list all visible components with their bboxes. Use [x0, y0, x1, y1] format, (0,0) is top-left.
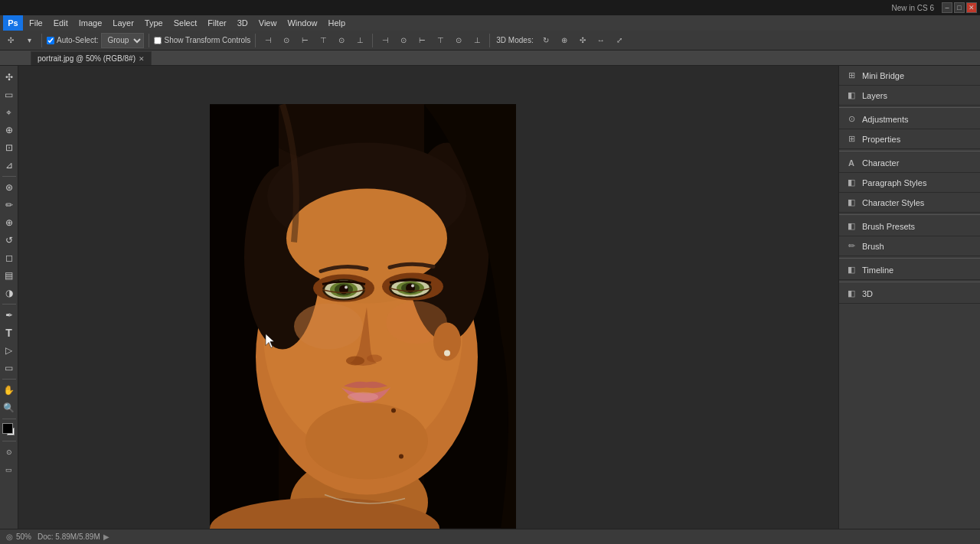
3d-label: 3D [862, 289, 873, 298]
adjustments-label: Adjustments [862, 115, 909, 124]
eraser-tool[interactable]: ◻ [1, 249, 18, 266]
align-left-button[interactable]: ⊣ [260, 33, 276, 48]
dist-left-button[interactable]: ⊣ [377, 33, 393, 48]
svg-point-14 [286, 189, 447, 288]
rectangle-select-tool[interactable]: ▭ [1, 86, 18, 103]
clone-stamp-tool[interactable]: ⊕ [1, 214, 18, 231]
brush-tool[interactable]: ✏ [1, 197, 18, 213]
character-label: Character [862, 158, 899, 168]
move-tool[interactable]: ✣ [1, 69, 18, 86]
3d-orbit-button[interactable]: ⊕ [557, 33, 572, 48]
pen-tool[interactable]: ✒ [1, 307, 18, 324]
portrait-image [210, 104, 516, 529]
canvas-wrapper [210, 104, 516, 529]
brush-icon: ✏ [845, 240, 858, 252]
panel-brush[interactable]: ✏ Brush [839, 236, 980, 256]
3d-pan-button[interactable]: ✣ [575, 33, 590, 48]
menu-select[interactable]: Select [169, 18, 202, 28]
timeline-icon: ◧ [845, 264, 858, 276]
3d-slide-button[interactable]: ↔ [593, 33, 609, 48]
dist-middle-v-button[interactable]: ⊙ [451, 33, 466, 48]
menu-window[interactable]: Window [283, 18, 322, 28]
foreground-color[interactable] [2, 423, 13, 434]
tool-separator-4 [2, 419, 16, 419]
menu-help[interactable]: Help [324, 18, 351, 28]
align-bottom-button[interactable]: ⊥ [352, 33, 368, 48]
hand-tool[interactable]: ✋ [1, 382, 18, 399]
mini-bridge-label: Mini Bridge [862, 71, 904, 80]
panel-timeline[interactable]: ◧ Timeline [839, 260, 980, 280]
panel-adjustments[interactable]: ⊙ Adjustments [839, 109, 980, 129]
brush-label: Brush [862, 242, 884, 251]
layers-label: Layers [862, 91, 887, 100]
title-bar: New in CS 6 – □ ✕ [0, 0, 980, 15]
spot-heal-tool[interactable]: ⊛ [1, 179, 18, 196]
history-brush-tool[interactable]: ↺ [1, 232, 18, 249]
panel-3d[interactable]: ◧ 3D [839, 284, 980, 304]
path-select-tool[interactable]: ▷ [1, 342, 18, 359]
eyedropper-tool[interactable]: ⊿ [1, 157, 18, 174]
color-swatches[interactable] [1, 422, 18, 438]
menu-filter[interactable]: Filter [203, 18, 230, 28]
gradient-tool[interactable]: ▤ [1, 267, 18, 284]
close-button[interactable]: ✕ [966, 2, 977, 13]
align-middle-v-button[interactable]: ⊙ [334, 33, 349, 48]
menu-edit[interactable]: Edit [49, 18, 73, 28]
doc-info-arrow[interactable]: ▶ [103, 533, 109, 541]
shape-tool[interactable]: ▭ [1, 360, 18, 376]
tool-separator-2 [2, 304, 16, 305]
quick-mask-tool[interactable]: ⊙ [1, 444, 18, 461]
auto-select-type[interactable]: Group Layer [101, 33, 144, 48]
dist-bottom-button[interactable]: ⊥ [469, 33, 485, 48]
crop-tool[interactable]: ⊡ [1, 139, 18, 156]
layers-icon: ◧ [845, 90, 858, 102]
svg-point-31 [294, 304, 363, 350]
panel-character[interactable]: A Character [839, 153, 980, 173]
minimize-button[interactable]: – [942, 2, 952, 13]
panel-properties[interactable]: ⊞ Properties [839, 129, 980, 149]
panel-character-styles[interactable]: ◧ Character Styles [839, 193, 980, 213]
panel-separator-4 [839, 258, 980, 259]
doc-info: Doc: 5.89M/5.89M ▶ [38, 533, 109, 541]
zoom-tool[interactable]: 🔍 [1, 399, 18, 416]
dist-top-button[interactable]: ⊤ [433, 33, 448, 48]
quick-select-tool[interactable]: ⊕ [1, 122, 18, 138]
3d-rotate-button[interactable]: ↻ [538, 33, 554, 48]
panel-separator-3 [839, 214, 980, 215]
auto-select-checkbox[interactable]: Auto-Select: [47, 36, 98, 44]
panel-layers[interactable]: ◧ Layers [839, 86, 980, 106]
type-tool[interactable]: T [1, 324, 18, 341]
align-right-button[interactable]: ⊢ [297, 33, 312, 48]
align-center-h-button[interactable]: ⊙ [279, 33, 294, 48]
dodge-tool[interactable]: ◑ [1, 285, 18, 301]
doc-tab-close[interactable]: ✕ [139, 55, 145, 63]
dist-center-h-button[interactable]: ⊙ [396, 33, 411, 48]
panel-brush-presets[interactable]: ◧ Brush Presets [839, 217, 980, 236]
panel-paragraph-styles[interactable]: ◧ Paragraph Styles [839, 173, 980, 193]
panel-separator-1 [839, 107, 980, 108]
document-tab[interactable]: portrait.jpg @ 50% (RGB/8#) ✕ [31, 51, 152, 65]
properties-label: Properties [862, 135, 900, 144]
panel-mini-bridge[interactable]: ⊞ Mini Bridge [839, 66, 980, 86]
svg-point-38 [399, 454, 403, 459]
svg-point-22 [345, 286, 348, 289]
dist-right-button[interactable]: ⊢ [414, 33, 430, 48]
move-tool-options-arrow[interactable]: ▾ [21, 33, 37, 48]
doc-size: Doc: 5.89M/5.89M [38, 533, 100, 541]
show-transform-checkbox[interactable]: Show Transform Controls [154, 36, 250, 44]
menu-file[interactable]: File [24, 18, 47, 28]
menu-type[interactable]: Type [140, 18, 168, 28]
menu-view[interactable]: View [254, 18, 282, 28]
restore-button[interactable]: □ [954, 2, 965, 13]
screen-mode-tool[interactable]: ▭ [1, 461, 18, 478]
menu-layer[interactable]: Layer [108, 18, 139, 28]
tool-separator-5 [2, 441, 16, 441]
move-tool-options-icon[interactable]: ✣ [3, 33, 18, 48]
menu-image[interactable]: Image [74, 18, 107, 28]
paragraph-styles-label: Paragraph Styles [862, 178, 926, 187]
menu-3d[interactable]: 3D [233, 18, 253, 28]
3d-scale-button[interactable]: ⤢ [612, 33, 627, 48]
align-top-button[interactable]: ⊤ [315, 33, 331, 48]
svg-point-28 [411, 285, 414, 288]
lasso-tool[interactable]: ⌖ [1, 104, 18, 121]
